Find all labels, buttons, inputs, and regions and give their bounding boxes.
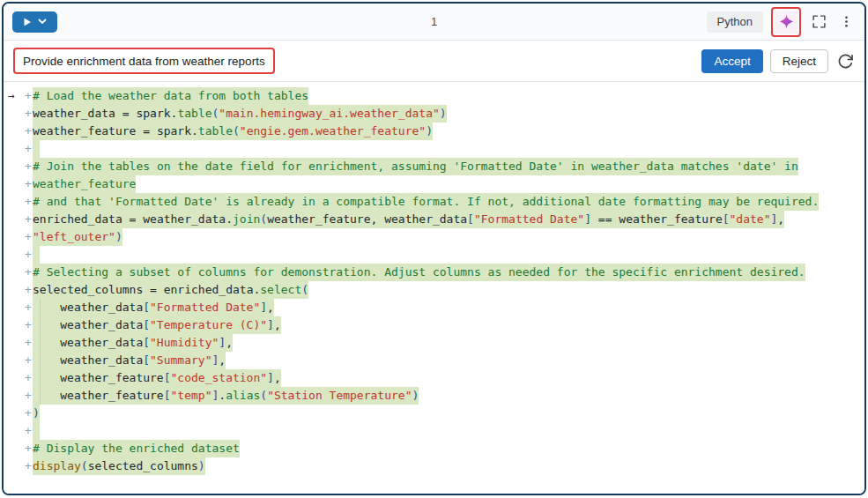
code-token: alias xyxy=(226,389,260,402)
gutter-spacer xyxy=(8,140,25,158)
gutter-spacer xyxy=(8,422,25,440)
code-token: , xyxy=(274,371,281,384)
indent-guide xyxy=(33,299,60,316)
code-token: "Formatted Date" xyxy=(474,212,584,226)
code-line: + weather_data["Temperature (C)"], xyxy=(4,316,864,334)
language-selector[interactable]: Python xyxy=(707,11,763,33)
code-token: "left_outer" xyxy=(33,230,115,243)
code-token: "Humidity" xyxy=(150,336,219,349)
code-token: "date" xyxy=(730,212,771,226)
run-button[interactable] xyxy=(12,11,57,33)
diff-added-text: weather_feature xyxy=(33,175,136,193)
diff-added-marker: + xyxy=(25,158,33,175)
kebab-menu-icon xyxy=(840,15,853,28)
code-token: ) xyxy=(115,230,122,243)
code-token: , xyxy=(274,318,281,331)
code-token: select xyxy=(260,283,301,296)
code-token: [ xyxy=(164,371,171,384)
diff-added-marker: + xyxy=(25,387,33,405)
code-token: [ xyxy=(143,301,150,314)
code-token: ) xyxy=(412,389,419,402)
code-line: +"left_outer") xyxy=(4,228,864,246)
code-token: , xyxy=(777,212,784,226)
gutter-spacer xyxy=(8,334,25,352)
code-line: +weather_data = spark.table("main.heming… xyxy=(4,105,864,123)
gutter-spacer xyxy=(8,316,25,334)
gutter-spacer xyxy=(8,369,25,387)
code-token: ( xyxy=(81,459,88,472)
diff-added-text: # and that 'Formatted Date' is already i… xyxy=(33,193,819,211)
code-token: [ xyxy=(164,389,171,402)
code-token: weather_feature xyxy=(33,177,136,190)
indent-guide xyxy=(33,334,60,352)
diff-added-text: weather_feature = spark.table("engie.gem… xyxy=(33,123,433,140)
annotation-box-prompt: Provide enrichment data from weather rep… xyxy=(13,48,275,74)
diff-added-text: # Display the enriched dataset xyxy=(33,440,240,457)
code-line: + weather_data["Formatted Date"], xyxy=(4,299,864,316)
code-token: ] xyxy=(267,371,274,384)
diff-added-marker: + xyxy=(25,193,33,211)
code-line: + weather_feature["code_station"], xyxy=(4,369,864,387)
code-token: # Display the enriched dataset xyxy=(33,442,240,455)
code-line: +# Display the enriched dataset xyxy=(4,440,864,457)
code-token: weather_data xyxy=(60,353,143,367)
code-token: display xyxy=(33,459,81,472)
prompt-input[interactable]: Provide enrichment data from weather rep… xyxy=(23,55,265,68)
diff-added-marker: + xyxy=(25,87,33,105)
code-line: +selected_columns = enriched_data.select… xyxy=(4,281,864,299)
diff-added-text: weather_feature["temp"].alias("Station T… xyxy=(33,387,419,405)
diff-added-marker: + xyxy=(25,140,33,158)
annotation-box-assistant-icon xyxy=(771,7,801,37)
code-token: ] xyxy=(260,301,267,314)
diff-added-text: "left_outer") xyxy=(33,228,122,246)
code-token: [ xyxy=(143,318,150,331)
cell-toolbar: 1 Python xyxy=(4,4,864,41)
code-token: weather_data xyxy=(60,318,143,331)
code-token: [ xyxy=(143,336,150,349)
chevron-down-icon[interactable] xyxy=(38,19,47,25)
code-token: ( xyxy=(301,283,308,296)
diff-added-text xyxy=(33,422,40,440)
gutter-spacer xyxy=(8,175,25,193)
diff-added-text: # Join the tables on the date field for … xyxy=(33,158,798,175)
diff-added-marker: + xyxy=(25,246,33,264)
reject-button[interactable]: Reject xyxy=(770,49,828,73)
code-line: +display(selected_columns) xyxy=(4,457,864,475)
code-token: selected_columns = enriched_data. xyxy=(33,283,260,296)
diff-added-text: selected_columns = enriched_data.select( xyxy=(33,281,308,299)
indent-guide xyxy=(33,369,60,387)
code-area[interactable]: →+# Load the weather data from both tabl… xyxy=(4,82,864,494)
assistant-button[interactable] xyxy=(775,11,798,33)
code-token: weather_feature, weather_data xyxy=(267,212,467,226)
fullscreen-button[interactable] xyxy=(809,12,828,32)
cell-menu-button[interactable] xyxy=(836,12,856,32)
toolbar-right-group: Python xyxy=(707,7,856,37)
code-token: ] xyxy=(584,212,591,226)
code-token: "Station Temperature" xyxy=(267,389,412,402)
code-token: "temp" xyxy=(171,389,212,402)
code-line: +) xyxy=(4,405,864,422)
gutter-spacer xyxy=(8,158,25,175)
refresh-icon xyxy=(837,53,854,70)
diff-added-marker: + xyxy=(25,299,33,316)
code-token: selected_columns xyxy=(88,459,198,472)
code-token: ) xyxy=(440,107,447,120)
gutter-spacer xyxy=(8,387,25,405)
expand-icon xyxy=(812,14,827,29)
code-token: ( xyxy=(233,124,240,138)
regenerate-button[interactable] xyxy=(835,51,855,71)
code-line: + weather_feature["temp"].alias("Station… xyxy=(4,387,864,405)
code-token: [ xyxy=(723,212,730,226)
notebook-cell: 1 Python xyxy=(2,2,866,495)
code-token: , xyxy=(267,301,274,314)
diff-added-text: weather_feature["code_station"], xyxy=(33,369,281,387)
code-token: ( xyxy=(260,389,267,402)
code-token: table xyxy=(177,107,211,120)
code-line: +# Selecting a subset of columns for dem… xyxy=(4,264,864,281)
code-token: ) xyxy=(33,406,40,420)
code-line: +# Join the tables on the date field for… xyxy=(4,158,864,175)
code-token: "Temperature (C)" xyxy=(150,318,267,331)
diff-added-marker: + xyxy=(25,334,33,352)
indent-guide xyxy=(33,352,60,369)
accept-button[interactable]: Accept xyxy=(701,49,762,73)
